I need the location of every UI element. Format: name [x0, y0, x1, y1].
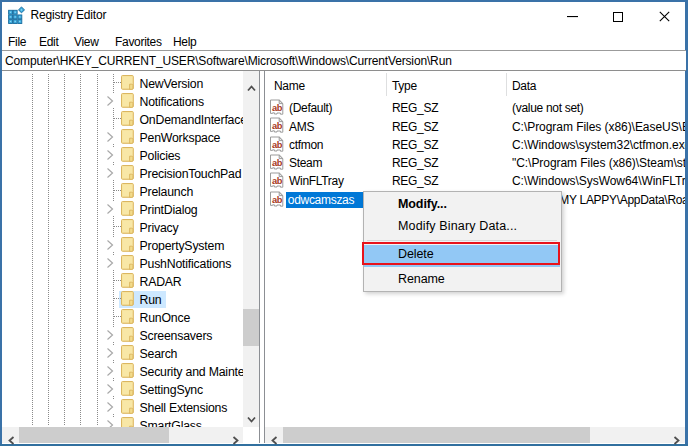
svg-text:ab: ab — [272, 194, 283, 204]
svg-text:ab: ab — [272, 176, 283, 186]
svg-text:ab: ab — [272, 157, 283, 167]
svg-text:ab: ab — [272, 103, 283, 113]
svg-text:ab: ab — [272, 139, 283, 149]
svg-text:ab: ab — [272, 121, 283, 131]
